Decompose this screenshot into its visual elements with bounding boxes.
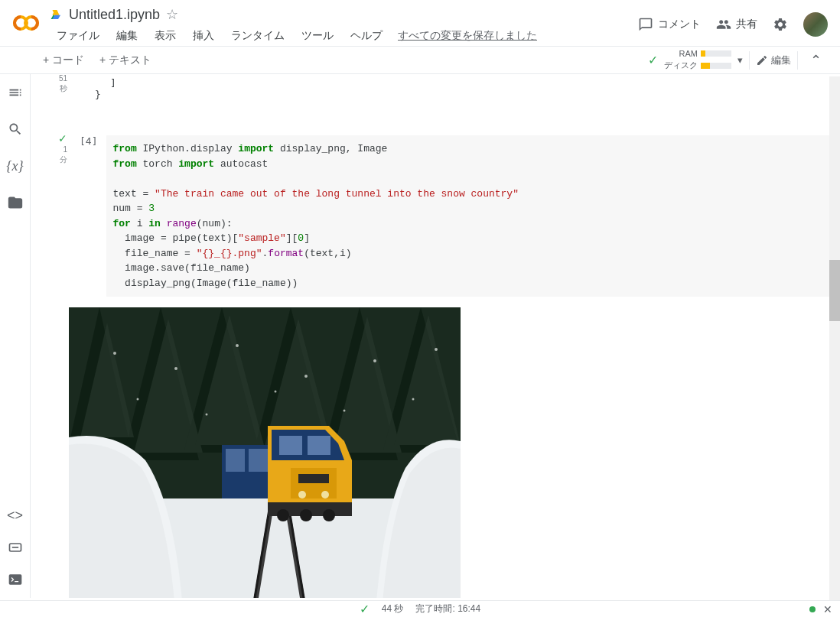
- svg-point-27: [275, 391, 277, 393]
- svg-point-23: [373, 359, 376, 362]
- close-icon[interactable]: ✕: [823, 603, 832, 615]
- svg-rect-35: [308, 436, 330, 455]
- menu-view[interactable]: 表示: [147, 26, 184, 46]
- saved-status[interactable]: すべての変更を保存しました: [392, 26, 543, 46]
- comment-label: コメント: [658, 18, 701, 31]
- colab-logo[interactable]: [12, 9, 40, 37]
- ram-label: RAM: [679, 49, 698, 58]
- star-icon[interactable]: ☆: [166, 6, 178, 23]
- add-code-button[interactable]: + コード: [35, 50, 92, 70]
- resource-indicator[interactable]: ✓ RAM ディスク ▾: [648, 49, 743, 71]
- files-icon[interactable]: [6, 193, 24, 212]
- filename[interactable]: Untitled1.ipynb: [69, 7, 160, 23]
- ram-meter: [701, 50, 731, 57]
- completed-label: 完了時間: 16:44: [415, 602, 480, 615]
- vertical-scrollbar[interactable]: [829, 76, 840, 600]
- edit-label: 編集: [771, 54, 791, 67]
- prev-brace2: }: [80, 89, 834, 100]
- comment-icon: [638, 17, 653, 32]
- pencil-icon: [756, 54, 768, 67]
- svg-point-21: [236, 344, 239, 347]
- connection-status-icon: [809, 606, 816, 612]
- svg-point-41: [277, 509, 289, 521]
- menu-bar: ファイル 編集 表示 挿入 ランタイム ツール ヘルプ すべての変更を保存しまし…: [49, 26, 638, 46]
- svg-point-29: [412, 398, 415, 401]
- cell-number: [4]: [80, 135, 97, 297]
- share-label: 共有: [736, 18, 757, 31]
- comment-button[interactable]: コメント: [638, 17, 701, 32]
- notebook-area[interactable]: 51 秒 ] } ✓ 1 分 [4]: [31, 74, 840, 598]
- output-image: [69, 307, 461, 598]
- svg-point-42: [300, 509, 312, 521]
- variables-icon[interactable]: {x}: [6, 157, 24, 175]
- edit-button[interactable]: 編集: [756, 54, 791, 67]
- runtime-label: 44 秒: [382, 602, 404, 615]
- menu-insert[interactable]: 挿入: [185, 26, 222, 46]
- share-button[interactable]: 共有: [716, 17, 757, 32]
- command-palette-icon[interactable]: [6, 538, 24, 557]
- toc-icon[interactable]: [6, 83, 24, 102]
- svg-point-19: [113, 352, 116, 355]
- status-bar: ✓ 44 秒 完了時間: 16:44 ✕: [0, 600, 840, 617]
- cell-previous-tail: 51 秒 ] }: [31, 74, 840, 109]
- prev-time-unit: 秒: [60, 84, 67, 93]
- prev-brace1: ]: [80, 77, 834, 89]
- svg-rect-33: [249, 449, 268, 472]
- dropdown-icon[interactable]: ▾: [737, 54, 743, 66]
- svg-rect-32: [226, 449, 245, 472]
- disk-meter: [701, 63, 731, 69]
- settings-button[interactable]: [773, 17, 788, 32]
- user-avatar[interactable]: [803, 12, 828, 37]
- cell4-time-unit: 分: [60, 155, 67, 164]
- disk-label: ディスク: [664, 60, 698, 71]
- svg-rect-4: [8, 574, 21, 584]
- menu-tools[interactable]: ツール: [294, 26, 341, 46]
- menu-file[interactable]: ファイル: [49, 26, 107, 46]
- svg-point-22: [304, 375, 308, 378]
- svg-point-39: [321, 491, 329, 498]
- cell-4[interactable]: ✓ 1 分 [4] from IPython.display import di…: [31, 132, 840, 306]
- check-icon: ✓: [360, 602, 370, 616]
- gear-icon: [773, 17, 788, 32]
- collapse-button[interactable]: ⌃: [804, 52, 828, 69]
- menu-runtime[interactable]: ランタイム: [223, 26, 292, 46]
- menu-help[interactable]: ヘルプ: [343, 26, 390, 46]
- check-icon: ✓: [648, 53, 658, 67]
- add-text-button[interactable]: + テキスト: [92, 50, 159, 70]
- code-snippets-icon[interactable]: <>: [6, 506, 24, 524]
- svg-point-28: [343, 410, 346, 412]
- svg-point-25: [137, 398, 139, 401]
- search-icon[interactable]: [6, 120, 24, 138]
- cell4-time-num: 1: [63, 145, 67, 154]
- check-icon: ✓: [58, 132, 67, 145]
- terminal-icon[interactable]: [6, 570, 24, 589]
- svg-point-43: [323, 509, 335, 521]
- code-editor[interactable]: from IPython.display import display_png,…: [106, 135, 834, 297]
- drive-icon: [49, 8, 63, 21]
- menu-edit[interactable]: 編集: [109, 26, 145, 46]
- svg-point-38: [298, 491, 306, 498]
- share-icon: [716, 17, 731, 32]
- prev-time-num: 51: [59, 74, 67, 83]
- svg-point-26: [206, 414, 208, 416]
- svg-point-20: [174, 367, 177, 370]
- svg-rect-37: [298, 474, 329, 483]
- svg-rect-34: [279, 436, 302, 455]
- left-sidebar: {x} <>: [0, 74, 31, 598]
- svg-point-24: [435, 348, 438, 351]
